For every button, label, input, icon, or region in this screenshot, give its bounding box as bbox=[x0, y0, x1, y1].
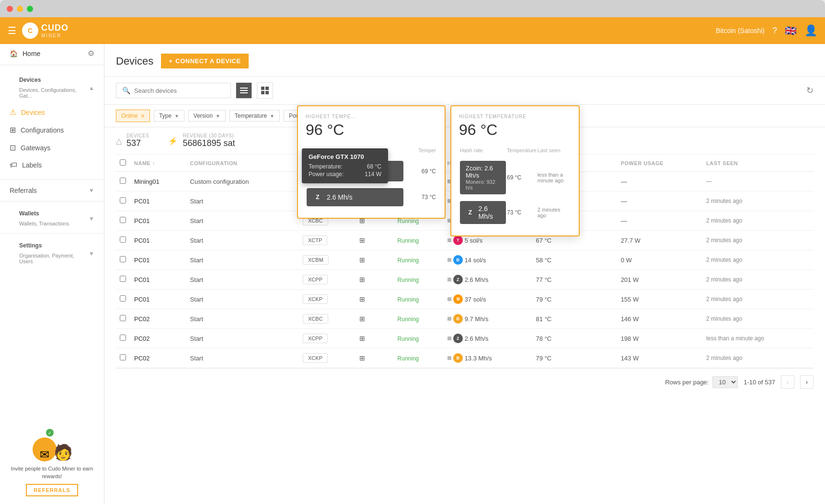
close-window-btn[interactable] bbox=[7, 6, 13, 12]
card-r-col-temp: Temperature bbox=[507, 147, 537, 157]
cell-status: Running bbox=[394, 290, 444, 309]
prev-page-button[interactable]: ‹ bbox=[781, 375, 794, 389]
version-filter-arrow-icon: ▼ bbox=[216, 113, 220, 119]
card-left-header: HIGHEST TEMPE... bbox=[306, 114, 437, 119]
select-all-checkbox[interactable] bbox=[120, 159, 126, 166]
sidebar-group-devices[interactable]: Devices Devices, Configurations, Gat... … bbox=[0, 71, 104, 103]
table-row: PC02 Start XCBC ⊞ Running B 9.7 Mh/s 81 … bbox=[116, 309, 814, 329]
sidebar-item-gateways[interactable]: ⊡ Gateways bbox=[0, 139, 104, 157]
cell-label: XCTP bbox=[299, 231, 355, 250]
cell-hashrate: B 13.3 Mh/s bbox=[444, 348, 532, 368]
user-menu-icon[interactable]: 👤 bbox=[804, 24, 817, 37]
cell-name: PC01 bbox=[130, 191, 186, 211]
devices-stat-value: 537 bbox=[126, 138, 149, 148]
cell-temp: 79 °C bbox=[532, 290, 617, 309]
grid-view-button[interactable] bbox=[257, 82, 273, 99]
promo-check-icon: ✓ bbox=[46, 429, 54, 437]
referrals-button[interactable]: REFERRALS bbox=[26, 484, 78, 496]
row-checkbox[interactable] bbox=[120, 197, 126, 203]
row-checkbox[interactable] bbox=[120, 315, 126, 321]
row-checkbox[interactable] bbox=[120, 236, 126, 243]
revenue-stat: ⚡ REVENUE (30 DAYS) 56861895 sat bbox=[168, 133, 235, 148]
filter-version[interactable]: Version ▼ bbox=[188, 110, 226, 122]
sidebar-item-referrals[interactable]: Referrals ▼ bbox=[0, 182, 104, 199]
coin-icon: Z bbox=[453, 334, 463, 343]
hamburger-menu-icon[interactable]: ☰ bbox=[8, 25, 16, 36]
cell-hashrate: Z 2.6 Mh/s bbox=[444, 270, 532, 290]
plus-icon: + bbox=[169, 57, 172, 65]
cell-status: Running bbox=[394, 309, 444, 329]
connect-device-button[interactable]: + CONNECT A DEVICE bbox=[161, 54, 248, 68]
row-checkbox[interactable] bbox=[120, 178, 126, 184]
coin-icon: B bbox=[453, 353, 463, 363]
os-icon: ⊞ bbox=[359, 335, 365, 342]
devices-warn-icon: ⚠ bbox=[10, 108, 16, 117]
help-icon[interactable]: ? bbox=[772, 26, 777, 36]
logo-icon: C bbox=[22, 22, 38, 39]
temperature-filter-label: Temperature bbox=[235, 112, 267, 119]
search-icon: 🔍 bbox=[122, 87, 130, 94]
row-checkbox[interactable] bbox=[120, 295, 126, 302]
sidebar-item-devices[interactable]: ⚠ Devices bbox=[0, 103, 104, 121]
search-box: 🔍 bbox=[116, 83, 231, 98]
rows-per-page-select[interactable]: 10 25 50 bbox=[712, 376, 738, 388]
next-page-button[interactable]: › bbox=[800, 375, 814, 389]
referrals-label: Referrals bbox=[10, 187, 37, 194]
search-input[interactable] bbox=[134, 87, 225, 94]
row-checkbox[interactable] bbox=[120, 335, 126, 341]
devices-stat: △ DEVICES 537 bbox=[116, 133, 149, 148]
language-flag-icon[interactable]: 🇬🇧 bbox=[785, 25, 797, 36]
col-name: Name ↑ bbox=[130, 155, 186, 172]
zcoin-icon: Z bbox=[312, 192, 323, 202]
card-temp-1: 69 °C bbox=[404, 158, 436, 184]
hash-tooltip: GeForce GTX 1070 Temperature: 68 °C Powe… bbox=[302, 148, 388, 183]
cell-last-seen: — bbox=[702, 172, 814, 191]
sidebar-item-home[interactable]: 🏠 Home ⚙ bbox=[0, 44, 104, 63]
home-label: Home bbox=[23, 50, 40, 57]
minimize-window-btn[interactable] bbox=[17, 6, 23, 12]
row-checkbox[interactable] bbox=[120, 276, 126, 282]
sidebar-group-settings[interactable]: Settings Organisation, Payment, Users ▼ bbox=[0, 235, 104, 269]
filter-type[interactable]: Type ▼ bbox=[154, 110, 184, 122]
filter-temperature[interactable]: Temperature ▼ bbox=[229, 110, 280, 122]
sidebar-item-labels[interactable]: 🏷 Labels bbox=[0, 157, 104, 174]
refresh-button[interactable]: ↻ bbox=[806, 86, 814, 95]
cell-last-seen: 2 minutes ago bbox=[702, 348, 814, 368]
cell-temp: 58 °C bbox=[532, 250, 617, 270]
settings-gear-icon[interactable]: ⚙ bbox=[88, 49, 94, 58]
cell-last-seen: 2 minutes ago bbox=[702, 211, 814, 231]
cell-status: Running bbox=[394, 250, 444, 270]
cell-power: 143 W bbox=[617, 348, 702, 368]
maximize-window-btn[interactable] bbox=[27, 6, 33, 12]
coin-icon: B bbox=[453, 314, 463, 324]
table-row: PC02 Start XCKP ⊞ Running B 13.3 Mh/s 79… bbox=[116, 348, 814, 368]
os-icon: ⊞ bbox=[359, 236, 365, 244]
tooltip-power-label: Power usage: bbox=[309, 171, 344, 178]
tooltip-title: GeForce GTX 1070 bbox=[309, 153, 381, 160]
online-filter-label: Online bbox=[121, 112, 138, 119]
cell-name: PC01 bbox=[130, 211, 186, 231]
cell-hashrate: Z 2.6 Mh/s bbox=[444, 329, 532, 348]
type-filter-arrow-icon: ▼ bbox=[174, 113, 179, 119]
sidebar-group-wallets[interactable]: Wallets Wallets, Transactions ▼ bbox=[0, 203, 104, 231]
cell-label: XCKP bbox=[299, 348, 355, 368]
row-checkbox[interactable] bbox=[120, 256, 126, 262]
filter-online[interactable]: Online × bbox=[116, 110, 150, 122]
online-filter-close-icon[interactable]: × bbox=[141, 112, 145, 120]
card-r-last-seen-2: 2 minutes ago bbox=[538, 198, 570, 227]
cell-hashrate: ⚙ 37 sol/s bbox=[444, 290, 532, 309]
card-right-temp: 96 °C bbox=[459, 121, 571, 139]
cell-type: ⊞ bbox=[355, 290, 393, 309]
promo-person-icon: 🧑 bbox=[54, 443, 73, 461]
card-r-col-last-seen: Last seen bbox=[538, 147, 570, 157]
cell-last-seen: 2 minutes ago bbox=[702, 231, 814, 250]
sidebar-item-configurations[interactable]: ⊞ Configurations bbox=[0, 121, 104, 139]
row-checkbox[interactable] bbox=[120, 354, 126, 360]
devices-group-collapse-icon[interactable]: ▲ bbox=[89, 85, 94, 91]
coin-icon: ⚙ bbox=[453, 294, 463, 304]
list-view-button[interactable] bbox=[236, 82, 252, 99]
row-checkbox[interactable] bbox=[120, 217, 126, 223]
currency-display[interactable]: Bitcoin (Satoshi) bbox=[716, 27, 765, 34]
cell-power: — bbox=[617, 191, 702, 211]
cell-power: — bbox=[617, 211, 702, 231]
